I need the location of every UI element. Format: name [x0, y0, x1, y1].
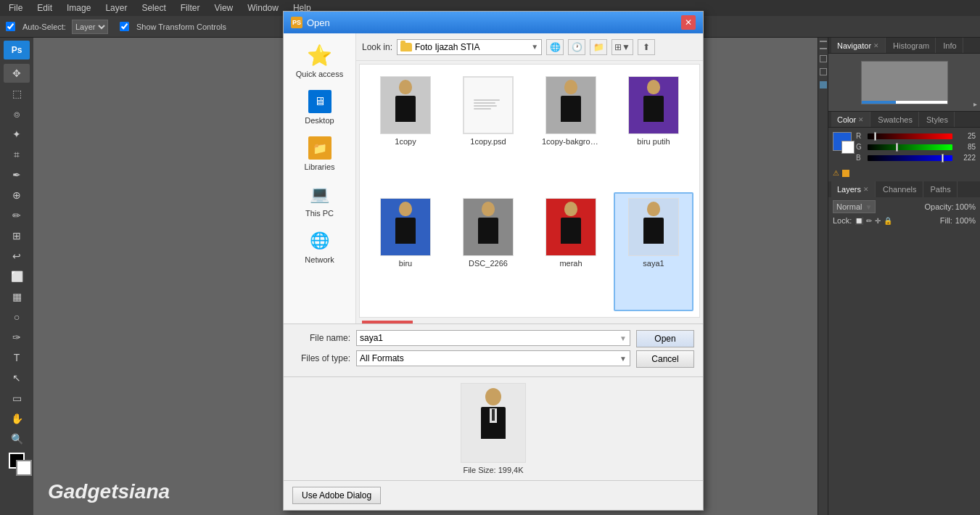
lock-all-icon[interactable]: 🔒 [884, 217, 892, 225]
opacity-value[interactable]: 100% [955, 202, 976, 211]
file-item-1copy-bg[interactable]: 1copy-bakground [531, 70, 611, 189]
eyedropper-tool[interactable]: ✒ [4, 165, 30, 184]
tab-navigator[interactable]: Navigator ✕ [831, 38, 886, 53]
dodge-tool[interactable]: ○ [4, 308, 30, 326]
recent-btn[interactable]: 🕐 [568, 39, 585, 55]
thumb-biru-putih [628, 76, 679, 134]
new-folder-btn[interactable]: 📁 [590, 39, 607, 55]
nav-libraries-label: Libraries [304, 162, 334, 171]
zoom-tool[interactable]: 🔍 [4, 429, 30, 448]
eraser-tool[interactable]: ⬜ [4, 267, 30, 286]
cancel-button[interactable]: Cancel [636, 350, 694, 368]
nav-quick-access-label: Quick access [296, 70, 343, 78]
b-slider[interactable] [868, 155, 952, 161]
r-slider[interactable] [868, 133, 952, 139]
lookin-arrow: ▼ [531, 43, 538, 51]
menu-image[interactable]: Image [64, 1, 94, 15]
shape-tool[interactable]: ▭ [4, 389, 30, 408]
hand-tool[interactable]: ✋ [4, 409, 30, 428]
filename-input[interactable]: saya1 ▼ [356, 330, 630, 346]
text-tool[interactable]: T [4, 348, 30, 367]
nav-libraries[interactable]: 📁 Libraries [288, 132, 352, 176]
file-item-1copy-psd[interactable]: 1copy.psd [448, 70, 528, 189]
file-item-biru-putih[interactable]: biru putih [614, 70, 693, 189]
auto-select-label: Auto-Select: [22, 22, 66, 31]
tab-color[interactable]: Color ✕ [831, 112, 870, 127]
open-button[interactable]: Open [636, 330, 694, 347]
strip-icon-2[interactable] [820, 48, 827, 49]
navigator-scrollbar[interactable] [862, 101, 947, 104]
file-item-merah[interactable]: merah [531, 192, 611, 311]
internet-btn[interactable]: 🌐 [546, 39, 564, 55]
strip-icon-1[interactable] [820, 41, 827, 42]
strip-icon-3[interactable] [820, 55, 827, 62]
opacity-control: Opacity: 100% [925, 202, 976, 211]
tab-info[interactable]: Info [937, 38, 963, 53]
background-swatch[interactable] [841, 141, 855, 154]
gradient-tool[interactable]: ▦ [4, 287, 30, 306]
close-navigator[interactable]: ✕ [873, 42, 879, 49]
crop-tool[interactable]: ⌗ [4, 145, 30, 164]
create-folder-btn[interactable]: ⬆ [638, 39, 655, 55]
lock-position-icon[interactable]: ✛ [875, 217, 881, 225]
menu-edit[interactable]: Edit [34, 1, 55, 15]
background-color[interactable] [16, 460, 32, 476]
close-layers[interactable]: ✕ [863, 186, 869, 193]
tab-paths[interactable]: Paths [925, 181, 958, 197]
magic-wand-tool[interactable]: ✦ [4, 125, 30, 144]
menu-select[interactable]: Select [139, 1, 168, 15]
lock-transparent-icon[interactable]: 🔲 [855, 217, 863, 225]
dialog-close-button[interactable]: ✕ [681, 15, 696, 30]
strip-icon-5[interactable] [820, 81, 827, 88]
file-item-saya1[interactable]: saya1 [614, 192, 693, 311]
selection-tool[interactable]: ⬚ [4, 84, 30, 103]
foreground-color[interactable] [9, 453, 25, 469]
lock-row: Lock: 🔲 ✏ ✛ 🔒 Fill: 100% [833, 216, 976, 225]
use-adobe-dialog-button[interactable]: Use Adobe Dialog [292, 487, 381, 504]
fill-value[interactable]: 100% [955, 216, 976, 225]
menu-file[interactable]: File [6, 1, 25, 15]
blend-mode-dropdown[interactable]: Normal ▼ [833, 200, 876, 213]
view-btn[interactable]: ⊞▼ [612, 39, 633, 55]
b-thumb[interactable] [942, 154, 944, 162]
pen-tool[interactable]: ✑ [4, 328, 30, 347]
nav-desktop[interactable]: 🖥 Desktop [288, 86, 352, 129]
lasso-tool[interactable]: ⌾ [4, 104, 30, 123]
menu-window[interactable]: Window [244, 1, 281, 15]
tab-channels[interactable]: Channels [877, 181, 923, 197]
gamut-swatch[interactable] [842, 170, 849, 177]
nav-this-pc[interactable]: 💻 This PC [288, 178, 352, 222]
menu-layer[interactable]: Layer [102, 1, 130, 15]
tab-layers[interactable]: Layers ✕ [831, 181, 876, 197]
clone-tool[interactable]: ⊞ [4, 226, 30, 245]
filetype-select[interactable]: All Formats ▼ [356, 350, 630, 366]
show-transform-checkbox[interactable] [120, 22, 129, 31]
menu-filter[interactable]: Filter [178, 1, 203, 15]
g-thumb[interactable] [896, 143, 898, 152]
menu-view[interactable]: View [211, 1, 236, 15]
layer-select[interactable]: Layer [72, 20, 108, 34]
r-thumb[interactable] [874, 132, 876, 141]
dialog-app-icon: PS [291, 17, 302, 28]
close-color[interactable]: ✕ [858, 116, 864, 123]
lookin-dropdown[interactable]: Foto Ijazah STIA ▼ [397, 39, 542, 55]
lock-image-icon[interactable]: ✏ [866, 217, 872, 225]
move-tool[interactable]: ✥ [4, 64, 30, 83]
tab-histogram[interactable]: Histogram [887, 38, 936, 53]
filename-dropdown-arrow[interactable]: ▼ [619, 334, 627, 342]
strip-icon-4[interactable] [820, 68, 827, 75]
color-swatches-fg-bg[interactable] [833, 132, 852, 151]
tab-swatches[interactable]: Swatches [872, 112, 919, 127]
file-item-1copy[interactable]: 1copy [366, 70, 445, 189]
brush-tool[interactable]: ✏ [4, 206, 30, 225]
history-tool[interactable]: ↩ [4, 247, 30, 265]
file-item-dsc2266[interactable]: DSC_2266 [448, 192, 528, 311]
nav-quick-access[interactable]: ⭐ Quick access [288, 39, 352, 83]
tab-styles[interactable]: Styles [921, 112, 955, 127]
auto-select-checkbox[interactable] [6, 22, 15, 31]
file-item-biru[interactable]: biru [366, 192, 445, 311]
healing-tool[interactable]: ⊕ [4, 186, 30, 205]
nav-network[interactable]: 🌐 Network [288, 225, 352, 268]
g-slider[interactable] [868, 144, 952, 150]
path-tool[interactable]: ↖ [4, 368, 30, 387]
